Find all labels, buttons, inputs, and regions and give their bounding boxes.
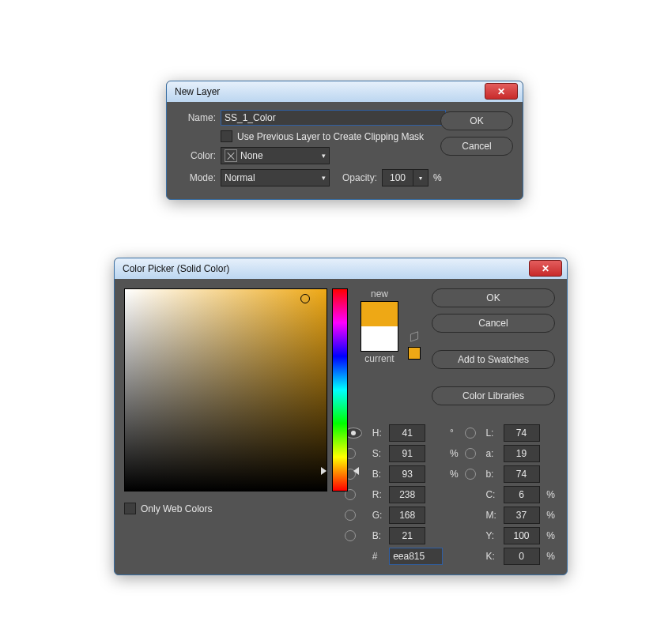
opacity-input[interactable] [382, 169, 413, 186]
chevron-down-icon: ▾ [322, 174, 326, 182]
y-label: Y: [485, 530, 496, 541]
c-input[interactable] [504, 486, 540, 503]
current-label: current [356, 353, 403, 364]
b-rgb-input[interactable] [389, 527, 425, 544]
s-label: S: [372, 448, 383, 459]
h-label: H: [372, 427, 383, 439]
cube-icon[interactable] [409, 331, 420, 342]
color-libraries-button[interactable]: Color Libraries [432, 386, 555, 405]
clipping-mask-checkbox[interactable] [221, 130, 232, 142]
only-web-colors-label: Only Web Colors [141, 503, 212, 514]
close-icon[interactable] [529, 260, 562, 277]
deg-unit: ° [450, 427, 458, 439]
color-picker-dialog: Color Picker (Solid Color) new [114, 258, 568, 575]
new-color-swatch [361, 302, 398, 326]
hex-input[interactable] [389, 548, 443, 565]
ok-button[interactable]: OK [432, 288, 555, 307]
b-lab-radio[interactable] [465, 469, 476, 480]
g-radio[interactable] [345, 510, 356, 521]
k-label: K: [485, 551, 496, 562]
current-color-swatch [361, 326, 398, 351]
hue-marker-icon [353, 467, 359, 475]
b-rgb-radio[interactable] [345, 530, 356, 541]
a-radio[interactable] [465, 448, 476, 459]
k-input[interactable] [504, 548, 540, 565]
pct-unit: % [546, 530, 554, 541]
nearest-swatch[interactable] [408, 347, 421, 360]
only-web-colors-checkbox[interactable] [124, 503, 136, 514]
new-layer-dialog: New Layer Name: Use Previous Layer to Cr… [166, 81, 523, 200]
hex-label: # [372, 551, 383, 562]
titlebar[interactable]: Color Picker (Solid Color) [115, 258, 567, 279]
color-label: Color: [176, 150, 221, 161]
chevron-down-icon: ▾ [322, 152, 326, 160]
pct-unit: % [546, 510, 554, 521]
b-rgb-label: B: [372, 530, 383, 541]
layer-name-input[interactable] [221, 110, 446, 126]
titlebar[interactable]: New Layer [167, 81, 523, 102]
r-label: R: [372, 489, 383, 500]
m-input[interactable] [504, 507, 540, 524]
h-input[interactable] [389, 424, 425, 442]
clipping-mask-label: Use Previous Layer to Create Clipping Ma… [237, 131, 424, 142]
m-label: M: [485, 510, 496, 521]
pct-unit: % [546, 551, 554, 562]
pct-unit: % [450, 448, 458, 459]
hue-marker-icon [321, 467, 327, 475]
color-preview [361, 301, 398, 352]
s-input[interactable] [389, 445, 425, 462]
a-label: a: [485, 448, 496, 459]
l-radio[interactable] [465, 427, 476, 439]
hue-slider[interactable] [332, 288, 348, 492]
saturation-value-field[interactable] [124, 288, 327, 492]
color-cursor-icon [300, 294, 310, 303]
r-input[interactable] [389, 486, 425, 503]
l-label: L: [485, 427, 496, 439]
b-hsb-label: B: [372, 469, 383, 480]
opacity-unit: % [433, 172, 442, 183]
pct-unit: % [450, 469, 458, 480]
b-lab-label: b: [485, 469, 496, 480]
b-hsb-input[interactable] [389, 465, 425, 483]
name-label: Name: [176, 112, 221, 123]
none-icon [225, 149, 237, 162]
opacity-label: Opacity: [330, 172, 382, 183]
c-label: C: [485, 489, 496, 500]
opacity-stepper[interactable]: ▾ [413, 169, 428, 186]
window-title: Color Picker (Solid Color) [119, 263, 229, 274]
close-icon[interactable] [485, 83, 518, 100]
color-select[interactable]: None ▾ [221, 147, 330, 164]
pct-unit: % [546, 489, 554, 500]
mode-select[interactable]: Normal ▾ [221, 169, 330, 186]
a-input[interactable] [504, 445, 540, 462]
cancel-button[interactable]: Cancel [432, 314, 555, 333]
b-lab-input[interactable] [504, 465, 540, 483]
l-input[interactable] [504, 424, 540, 442]
g-input[interactable] [389, 507, 425, 524]
add-to-swatches-button[interactable]: Add to Swatches [432, 350, 555, 369]
y-input[interactable] [504, 527, 540, 544]
new-label: new [356, 288, 403, 299]
window-title: New Layer [172, 86, 220, 97]
g-label: G: [372, 510, 383, 521]
mode-label: Mode: [176, 172, 221, 183]
cancel-button[interactable]: Cancel [440, 137, 513, 156]
ok-button[interactable]: OK [440, 111, 513, 130]
